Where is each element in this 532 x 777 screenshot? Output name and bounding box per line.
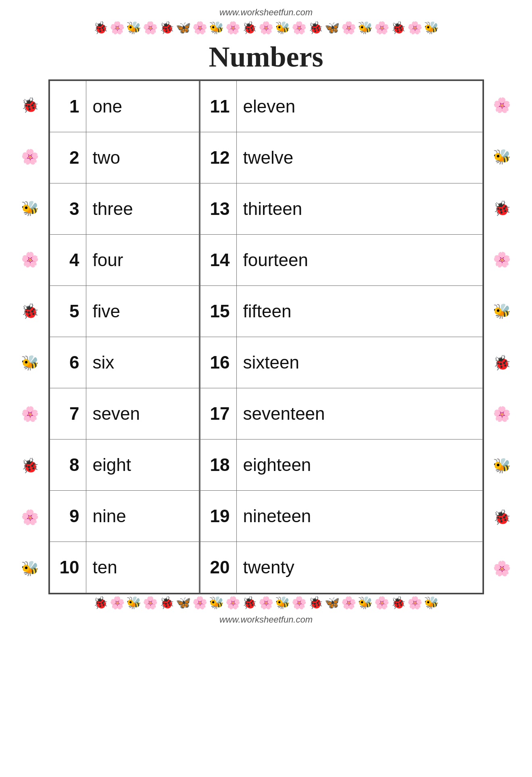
side-icon-flower: 🌸 <box>493 96 511 114</box>
number-cell-17: 17 <box>200 388 236 440</box>
border-icon: 🐞 <box>93 22 108 34</box>
border-icon: 🐝 <box>209 22 224 34</box>
side-icon-bee: 🐝 <box>493 302 511 320</box>
page-title: Numbers <box>209 40 323 74</box>
word-cell-fourteen: fourteen <box>236 235 482 286</box>
border-icon: 🦋 <box>176 22 191 34</box>
table-row: 3three13thirteen <box>50 183 482 235</box>
border-icon: 🐞 <box>391 22 406 34</box>
number-cell-20: 20 <box>200 542 236 593</box>
top-border: 🐞 🌸 🐝 🌸 🐞 🦋 🌸 🐝 🌸 🐞 🌸 🐝 🌸 🐞 🦋 🌸 🐝 🌸 🐞 🌸 … <box>12 22 520 34</box>
word-cell-nineteen: nineteen <box>236 491 482 542</box>
border-icon: 🌸 <box>225 22 240 34</box>
border-icon: 🐝 <box>358 22 373 34</box>
word-cell-eighteen: eighteen <box>236 440 482 491</box>
word-cell-seventeen: seventeen <box>236 388 482 440</box>
side-icon-bee: 🐝 <box>493 457 511 474</box>
number-cell-10: 10 <box>50 542 86 593</box>
table-row: 5five15fifteen <box>50 286 482 337</box>
number-cell-16: 16 <box>200 337 236 388</box>
side-icon-flower: 🌸 <box>493 405 511 423</box>
border-icon: 🐝 <box>424 597 439 609</box>
number-cell-6: 6 <box>50 337 86 388</box>
number-cell-11: 11 <box>200 81 236 132</box>
border-icon: 🐞 <box>93 597 108 609</box>
page-wrapper: www.worksheetfun.com 🐞 🌸 🐝 🌸 🐞 🦋 🌸 🐝 🌸 🐞… <box>0 4 532 628</box>
word-cell-ten: ten <box>86 542 199 593</box>
border-icon: 🦋 <box>325 597 340 609</box>
word-cell-one: one <box>86 81 199 132</box>
border-icon: 🦋 <box>176 597 191 609</box>
border-icon: 🌸 <box>192 597 207 609</box>
number-cell-15: 15 <box>200 286 236 337</box>
border-icon: 🌸 <box>407 22 422 34</box>
side-icon-flower: 🌸 <box>21 508 39 526</box>
word-cell-eight: eight <box>86 440 199 491</box>
side-icon-flower: 🌸 <box>21 251 39 268</box>
side-icon-bee: 🐝 <box>21 200 39 217</box>
header-url: www.worksheetfun.com <box>219 7 313 18</box>
number-cell-9: 9 <box>50 491 86 542</box>
number-cell-8: 8 <box>50 440 86 491</box>
border-icon: 🐞 <box>391 597 406 609</box>
side-icon-flower: 🌸 <box>21 405 39 423</box>
word-cell-two: two <box>86 132 199 183</box>
border-icon: 🐝 <box>275 597 290 609</box>
border-icon: 🌸 <box>374 22 389 34</box>
side-icon-ladybug: 🐞 <box>21 96 39 114</box>
side-icon-ladybug: 🐞 <box>493 508 511 526</box>
number-cell-13: 13 <box>200 183 236 235</box>
border-icon: 🐞 <box>308 22 323 34</box>
border-icon: 🌸 <box>292 22 307 34</box>
bottom-border: 🐞 🌸 🐝 🌸 🐞 🦋 🌸 🐝 🌸 🐞 🌸 🐝 🌸 🐞 🦋 🌸 🐝 🌸 🐞 🌸 … <box>12 597 520 609</box>
number-cell-7: 7 <box>50 388 86 440</box>
border-icon: 🐞 <box>159 22 174 34</box>
border-icon: 🐝 <box>275 22 290 34</box>
table-row: 9nine19nineteen <box>50 491 482 542</box>
word-cell-six: six <box>86 337 199 388</box>
table-row: 2two12twelve <box>50 132 482 183</box>
word-cell-fifteen: fifteen <box>236 286 482 337</box>
border-icon: 🐝 <box>209 597 224 609</box>
left-side-border: 🐞 🌸 🐝 🌸 🐞 🐝 🌸 🐞 🌸 🐝 <box>12 79 48 594</box>
border-icon: 🐝 <box>126 22 141 34</box>
word-cell-thirteen: thirteen <box>236 183 482 235</box>
numbers-table: 1one11eleven2two12twelve3three13thirteen… <box>50 81 483 593</box>
border-icon: 🌸 <box>110 597 125 609</box>
border-icon: 🌸 <box>259 22 273 34</box>
table-row: 1one11eleven <box>50 81 482 132</box>
side-icon-ladybug: 🐞 <box>493 354 511 371</box>
side-icon-bee: 🐝 <box>493 148 511 165</box>
table-row: 10ten20twenty <box>50 542 482 593</box>
border-icon: 🌸 <box>143 22 158 34</box>
word-cell-five: five <box>86 286 199 337</box>
border-icon: 🐝 <box>358 597 373 609</box>
number-cell-2: 2 <box>50 132 86 183</box>
word-cell-four: four <box>86 235 199 286</box>
border-icon: 🌸 <box>341 22 356 34</box>
side-icon-flower: 🌸 <box>493 560 511 577</box>
number-cell-18: 18 <box>200 440 236 491</box>
word-cell-seven: seven <box>86 388 199 440</box>
border-icon: 🐞 <box>242 597 257 609</box>
table-row: 7seven17seventeen <box>50 388 482 440</box>
side-icon-bee: 🐝 <box>21 560 39 577</box>
word-cell-twenty: twenty <box>236 542 482 593</box>
border-icon: 🌸 <box>110 22 125 34</box>
content-area: 🐞 🌸 🐝 🌸 🐞 🐝 🌸 🐞 🌸 🐝 1one11eleven2two12tw… <box>12 79 520 594</box>
number-cell-14: 14 <box>200 235 236 286</box>
border-icon: 🐝 <box>424 22 439 34</box>
table-row: 8eight18eighteen <box>50 440 482 491</box>
number-cell-4: 4 <box>50 235 86 286</box>
side-icon-ladybug: 🐞 <box>21 302 39 320</box>
word-cell-sixteen: sixteen <box>236 337 482 388</box>
side-icon-ladybug: 🐞 <box>21 457 39 474</box>
number-cell-19: 19 <box>200 491 236 542</box>
right-side-border: 🌸 🐝 🐞 🌸 🐝 🐞 🌸 🐝 🐞 🌸 <box>484 79 520 594</box>
border-icon: 🌸 <box>341 597 356 609</box>
border-icon: 🌸 <box>192 22 207 34</box>
word-cell-twelve: twelve <box>236 132 482 183</box>
border-icon: 🦋 <box>325 22 340 34</box>
table-row: 4four14fourteen <box>50 235 482 286</box>
border-icon: 🌸 <box>374 597 389 609</box>
